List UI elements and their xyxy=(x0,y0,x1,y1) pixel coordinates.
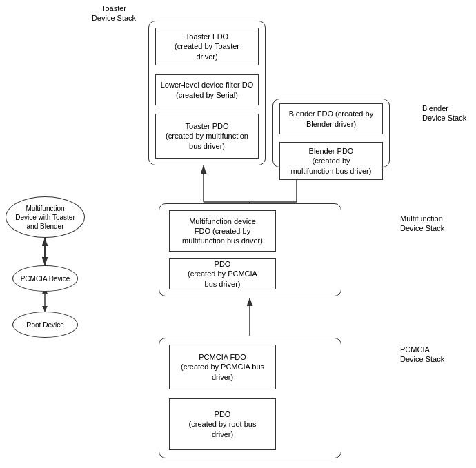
diagram: Toaster Device Stack Toaster FDO (create… xyxy=(0,0,476,468)
blender-stack-label: Blender Device Stack xyxy=(422,103,474,123)
pcmcia-fdo-box: PCMCIA FDO (created by PCMCIA bus driver… xyxy=(169,345,276,389)
toaster-pdo-box: Toaster PDO (created by multifunction bu… xyxy=(155,114,259,159)
toaster-stack-label: Toaster Device Stack xyxy=(86,3,141,23)
svg-marker-10 xyxy=(42,240,48,245)
multifunction-pdo-box: PDO (created by PCMCIA bus driver) xyxy=(169,258,276,289)
lower-filter-box: Lower-level device filter DO (created by… xyxy=(155,74,259,105)
blender-pdo-box: Blender PDO (created by multifunction bu… xyxy=(279,142,383,180)
svg-marker-14 xyxy=(42,306,48,312)
multifunction-device-ellipse: Multifunction Device with Toaster and Bl… xyxy=(6,196,85,238)
svg-marker-11 xyxy=(42,258,48,263)
blender-fdo-box: Blender FDO (created by Blender driver) xyxy=(279,103,383,134)
multifunction-fdo-box: Multifunction device FDO (created by mul… xyxy=(169,210,276,252)
pcmcia-pdo-box: PDO (created by root bus driver) xyxy=(169,398,276,450)
pcmcia-device-ellipse: PCMCIA Device xyxy=(12,265,78,292)
pcmcia-stack-label: PCMCIA Device Stack xyxy=(400,345,469,365)
toaster-fdo-box: Toaster FDO (created by Toaster driver) xyxy=(155,28,259,65)
multifunction-stack-label: Multifunction Device Stack xyxy=(400,214,469,234)
root-device-ellipse: Root Device xyxy=(12,312,78,338)
